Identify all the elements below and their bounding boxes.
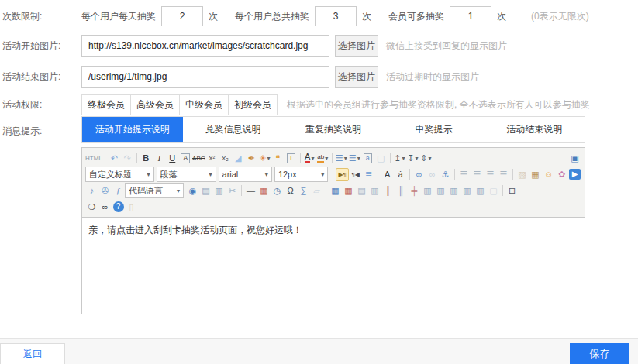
unlink-icon[interactable]: ∞ — [426, 168, 439, 181]
scrawl-icon[interactable]: ✿ — [555, 168, 568, 181]
insert-col-icon[interactable]: ╫ — [395, 184, 408, 197]
link-icon[interactable]: ∞ — [412, 168, 426, 181]
align-left-icon[interactable]: ☰ — [457, 168, 471, 181]
attachment-icon[interactable]: ✇ — [98, 184, 112, 197]
paragraph-space-top-icon[interactable]: ↥▾ — [393, 152, 406, 165]
special-char-icon[interactable]: Ω — [284, 184, 297, 197]
html-source-icon[interactable]: HTML — [85, 152, 102, 165]
paragraph-space-bottom-icon[interactable]: ↧▾ — [406, 152, 419, 165]
rtl-icon[interactable]: ¶◀ — [349, 168, 362, 181]
blank-doc-icon[interactable]: ▢ — [374, 152, 388, 165]
tab-win-tip[interactable]: 中奖提示 — [384, 117, 485, 142]
align-center-icon[interactable]: ☰ — [471, 168, 484, 181]
page-break-icon[interactable]: ▤ — [199, 184, 212, 197]
end-image-label: 活动结束图片: — [2, 70, 60, 84]
split-cell-icon[interactable]: ╪ — [408, 184, 421, 197]
line-height-icon[interactable]: ⇕▾ — [419, 152, 433, 165]
formula-icon[interactable]: ∑ — [297, 184, 310, 197]
time-icon[interactable]: ◷ — [271, 184, 284, 197]
paste-icon[interactable]: ▯ — [125, 201, 138, 214]
insert-row-icon[interactable]: ╂ — [381, 184, 395, 197]
delete-row-icon[interactable]: ▥ — [460, 184, 474, 197]
map-icon[interactable]: ▱ — [310, 184, 323, 197]
music-icon[interactable]: ♪ — [85, 184, 98, 197]
tab-redeem-info[interactable]: 兑奖信息说明 — [183, 117, 284, 142]
undo-icon[interactable]: ↶ — [108, 152, 121, 165]
auto-typeset-icon[interactable]: ✳▾ — [258, 152, 271, 165]
font-family-select[interactable]: arial▾ — [219, 167, 272, 182]
align-right-icon[interactable]: ☰ — [484, 168, 497, 181]
member-extra-draw-suffix: 次 — [497, 10, 506, 23]
merge-cells-icon[interactable]: ▥ — [421, 184, 434, 197]
member-group-button-1[interactable]: 终极会员 — [81, 94, 131, 115]
tab-activity-start-tip[interactable]: 活动开始提示说明 — [82, 117, 183, 142]
preview-icon[interactable]: ❍ — [85, 201, 98, 214]
screenshot-icon[interactable]: ✂ — [226, 184, 239, 197]
paste-as-text-icon[interactable]: T — [285, 152, 298, 165]
member-group-button-2[interactable]: 高级会员 — [130, 94, 180, 115]
member-group-button-4[interactable]: 初级会员 — [228, 94, 278, 115]
tab-activity-end[interactable]: 活动结束说明 — [484, 117, 585, 142]
redo-icon[interactable]: ↷ — [121, 152, 134, 165]
merge-down-icon[interactable]: ▥ — [447, 184, 460, 197]
start-image-input[interactable] — [81, 35, 329, 57]
superscript-icon[interactable]: X² — [205, 152, 219, 165]
merge-right-icon[interactable]: ▥ — [434, 184, 447, 197]
columns-icon[interactable]: ▥ — [212, 184, 226, 197]
insert-code-icon[interactable]: ◉ — [186, 184, 199, 197]
table-props-icon[interactable]: ▤ — [355, 184, 368, 197]
start-image-choose-button[interactable]: 选择图片 — [335, 35, 378, 57]
strikethrough-icon[interactable]: ABC — [192, 152, 205, 165]
flash-icon[interactable]: ƒ — [112, 184, 125, 197]
subscript-icon[interactable]: X₂ — [219, 152, 232, 165]
align-justify-icon[interactable]: ☰ — [497, 168, 510, 181]
media-icon[interactable]: ▶ — [568, 168, 581, 181]
delete-col-icon[interactable]: ▥ — [474, 184, 487, 197]
font-size-select[interactable]: 12px▾ — [274, 167, 328, 182]
format-painter-icon[interactable]: ✒ — [245, 152, 258, 165]
print-icon[interactable]: ⊟ — [505, 184, 519, 197]
find-replace-icon[interactable]: ∞ — [98, 201, 112, 214]
cell-props-icon[interactable]: ▥ — [368, 184, 381, 197]
delete-table-icon[interactable]: ▦ — [342, 184, 355, 197]
clear-doc-icon[interactable]: ▢ — [487, 184, 500, 197]
custom-title-select[interactable]: 自定义标题▾ — [85, 167, 154, 182]
bold-icon[interactable]: B — [140, 152, 153, 165]
insert-image-icon[interactable]: ▦ — [529, 168, 542, 181]
blockquote-icon[interactable]: ❝ — [271, 152, 285, 165]
help-icon[interactable]: ? — [112, 201, 125, 214]
uppercase-icon[interactable]: Ȧ — [381, 168, 394, 181]
ltr-icon[interactable]: ▶¶ — [336, 168, 349, 181]
font-style-icon[interactable]: A — [179, 152, 192, 165]
tab-repeat-draw[interactable]: 重复抽奖说明 — [283, 117, 384, 142]
save-button[interactable]: 保存 — [570, 343, 629, 364]
indent-icon[interactable]: ≣ — [362, 168, 375, 181]
ordered-list-icon[interactable]: ☰▾ — [335, 152, 348, 165]
eraser-icon[interactable]: ◢ — [232, 152, 245, 165]
paragraph-format-select[interactable]: 段落▾ — [157, 167, 216, 182]
highlight-color-icon[interactable]: ab▾ — [316, 152, 329, 165]
end-image-input[interactable] — [81, 66, 329, 88]
underline-icon[interactable]: U — [166, 152, 179, 165]
insert-table-icon[interactable]: ▦ — [329, 184, 342, 197]
daily-draw-input[interactable] — [161, 6, 203, 26]
date-icon[interactable]: ▦ — [257, 184, 271, 197]
end-image-choose-button[interactable]: 选择图片 — [335, 66, 378, 88]
member-extra-draw-input[interactable] — [450, 6, 491, 26]
code-language-select[interactable]: 代码语言▾ — [125, 183, 184, 198]
member-group-button-3[interactable]: 中级会员 — [179, 94, 229, 115]
horizontal-rule-icon[interactable]: — — [244, 184, 257, 197]
editor-content[interactable]: 亲，请点击进入刮刮卡抽奖活动页面，祝您好运哦！ — [82, 218, 585, 315]
total-draw-input[interactable] — [315, 6, 357, 26]
italic-icon[interactable]: I — [153, 152, 166, 165]
font-color-icon[interactable]: A▾ — [303, 152, 316, 165]
lowercase-icon[interactable]: ȧ — [394, 168, 407, 181]
emoticon-icon[interactable]: ☺ — [542, 168, 555, 181]
image-icon[interactable]: ▨ — [516, 168, 529, 181]
fullscreen-icon[interactable]: ▣ — [568, 152, 581, 165]
anchor-box-icon[interactable]: a — [361, 152, 374, 165]
back-button[interactable]: 返回 — [0, 343, 65, 364]
anchor-icon[interactable]: ⚓ — [439, 168, 452, 181]
message-tabs: 活动开始提示说明兑奖信息说明重复抽奖说明中奖提示活动结束说明 — [81, 116, 585, 143]
unordered-list-icon[interactable]: ☰▾ — [348, 152, 361, 165]
